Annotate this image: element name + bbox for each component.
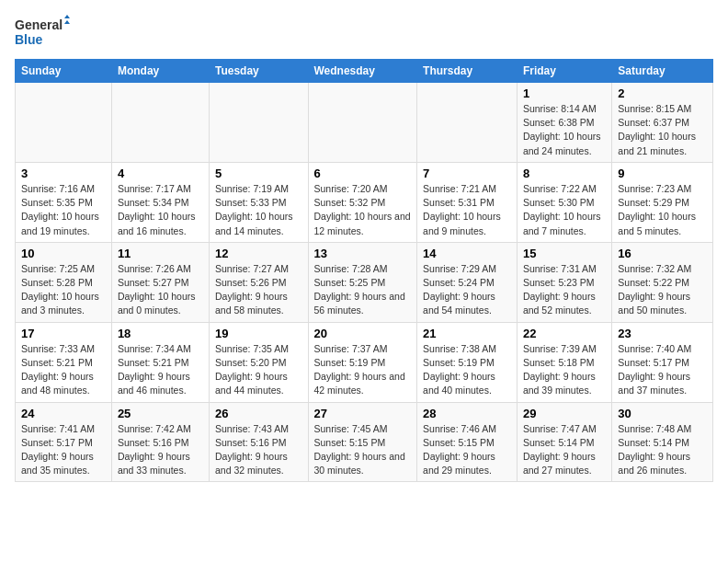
calendar-cell (209, 83, 308, 163)
day-info: Sunrise: 8:15 AM Sunset: 6:37 PM Dayligh… (618, 102, 707, 158)
calendar-week-2: 3Sunrise: 7:16 AM Sunset: 5:35 PM Daylig… (16, 162, 713, 242)
header-cell-tuesday: Tuesday (209, 60, 308, 83)
calendar-cell: 30Sunrise: 7:48 AM Sunset: 5:14 PM Dayli… (612, 402, 713, 482)
calendar-cell: 17Sunrise: 7:33 AM Sunset: 5:21 PM Dayli… (16, 322, 112, 402)
day-info: Sunrise: 7:47 AM Sunset: 5:14 PM Dayligh… (523, 422, 606, 478)
calendar-cell: 19Sunrise: 7:35 AM Sunset: 5:20 PM Dayli… (209, 322, 308, 402)
day-number: 7 (423, 167, 511, 180)
calendar-cell: 27Sunrise: 7:45 AM Sunset: 5:15 PM Dayli… (308, 402, 417, 482)
day-number: 3 (21, 167, 106, 180)
calendar-cell: 3Sunrise: 7:16 AM Sunset: 5:35 PM Daylig… (16, 162, 112, 242)
day-info: Sunrise: 7:40 AM Sunset: 5:17 PM Dayligh… (618, 342, 707, 398)
calendar-cell: 7Sunrise: 7:21 AM Sunset: 5:31 PM Daylig… (417, 162, 518, 242)
day-info: Sunrise: 7:31 AM Sunset: 5:23 PM Dayligh… (523, 262, 606, 318)
day-info: Sunrise: 7:20 AM Sunset: 5:32 PM Dayligh… (314, 182, 412, 238)
calendar-cell: 13Sunrise: 7:28 AM Sunset: 5:25 PM Dayli… (308, 242, 417, 322)
day-info: Sunrise: 7:32 AM Sunset: 5:22 PM Dayligh… (618, 262, 707, 318)
calendar-cell: 28Sunrise: 7:46 AM Sunset: 5:15 PM Dayli… (417, 402, 518, 482)
day-info: Sunrise: 7:33 AM Sunset: 5:21 PM Dayligh… (21, 342, 106, 398)
day-info: Sunrise: 7:46 AM Sunset: 5:15 PM Dayligh… (423, 422, 511, 478)
calendar-cell: 24Sunrise: 7:41 AM Sunset: 5:17 PM Dayli… (16, 402, 112, 482)
calendar-cell: 14Sunrise: 7:29 AM Sunset: 5:24 PM Dayli… (417, 242, 518, 322)
day-number: 21 (423, 327, 511, 340)
day-number: 11 (118, 247, 203, 260)
day-number: 13 (314, 247, 412, 260)
header-row: SundayMondayTuesdayWednesdayThursdayFrid… (16, 60, 713, 83)
svg-text:Blue: Blue (15, 32, 43, 47)
calendar-cell: 29Sunrise: 7:47 AM Sunset: 5:14 PM Dayli… (517, 402, 611, 482)
calendar-cell: 15Sunrise: 7:31 AM Sunset: 5:23 PM Dayli… (517, 242, 611, 322)
day-number: 2 (618, 86, 707, 100)
day-number: 8 (523, 167, 606, 180)
calendar-header: SundayMondayTuesdayWednesdayThursdayFrid… (16, 60, 713, 83)
header-cell-saturday: Saturday (612, 60, 713, 83)
day-number: 4 (118, 167, 203, 180)
calendar-cell (111, 83, 209, 163)
header-cell-friday: Friday (517, 60, 611, 83)
day-number: 20 (314, 327, 412, 340)
calendar-cell: 18Sunrise: 7:34 AM Sunset: 5:21 PM Dayli… (111, 322, 209, 402)
calendar-cell (16, 83, 112, 163)
calendar-body: 1Sunrise: 8:14 AM Sunset: 6:38 PM Daylig… (16, 83, 713, 482)
day-info: Sunrise: 7:38 AM Sunset: 5:19 PM Dayligh… (423, 342, 511, 398)
day-info: Sunrise: 7:45 AM Sunset: 5:15 PM Dayligh… (314, 422, 412, 478)
calendar-cell: 25Sunrise: 7:42 AM Sunset: 5:16 PM Dayli… (111, 402, 209, 482)
calendar-cell: 6Sunrise: 7:20 AM Sunset: 5:32 PM Daylig… (308, 162, 417, 242)
header-cell-thursday: Thursday (417, 60, 518, 83)
calendar-week-3: 10Sunrise: 7:25 AM Sunset: 5:28 PM Dayli… (16, 242, 713, 322)
day-number: 28 (423, 407, 511, 420)
day-info: Sunrise: 7:37 AM Sunset: 5:19 PM Dayligh… (314, 342, 412, 398)
day-info: Sunrise: 7:26 AM Sunset: 5:27 PM Dayligh… (118, 262, 203, 318)
day-info: Sunrise: 7:17 AM Sunset: 5:34 PM Dayligh… (118, 182, 203, 238)
day-number: 5 (215, 167, 302, 180)
day-info: Sunrise: 7:22 AM Sunset: 5:30 PM Dayligh… (523, 182, 606, 238)
day-number: 17 (21, 327, 106, 340)
calendar-cell: 1Sunrise: 8:14 AM Sunset: 6:38 PM Daylig… (517, 83, 611, 163)
calendar-cell: 4Sunrise: 7:17 AM Sunset: 5:34 PM Daylig… (111, 162, 209, 242)
day-info: Sunrise: 7:19 AM Sunset: 5:33 PM Dayligh… (215, 182, 302, 238)
calendar-week-4: 17Sunrise: 7:33 AM Sunset: 5:21 PM Dayli… (16, 322, 713, 402)
day-number: 1 (523, 86, 606, 100)
calendar-cell: 21Sunrise: 7:38 AM Sunset: 5:19 PM Dayli… (417, 322, 518, 402)
day-info: Sunrise: 8:14 AM Sunset: 6:38 PM Dayligh… (523, 102, 606, 158)
day-info: Sunrise: 7:27 AM Sunset: 5:26 PM Dayligh… (215, 262, 302, 318)
day-number: 29 (523, 407, 606, 420)
header: General Blue (15, 15, 713, 52)
header-cell-sunday: Sunday (16, 60, 112, 83)
day-number: 27 (314, 407, 412, 420)
day-number: 30 (618, 407, 707, 420)
day-number: 16 (618, 247, 707, 260)
day-number: 24 (21, 407, 106, 420)
calendar-cell: 9Sunrise: 7:23 AM Sunset: 5:29 PM Daylig… (612, 162, 713, 242)
day-info: Sunrise: 7:41 AM Sunset: 5:17 PM Dayligh… (21, 422, 106, 478)
day-info: Sunrise: 7:29 AM Sunset: 5:24 PM Dayligh… (423, 262, 511, 318)
day-info: Sunrise: 7:25 AM Sunset: 5:28 PM Dayligh… (21, 262, 106, 318)
svg-text:General: General (15, 17, 63, 32)
day-info: Sunrise: 7:23 AM Sunset: 5:29 PM Dayligh… (618, 182, 707, 238)
calendar-cell: 22Sunrise: 7:39 AM Sunset: 5:18 PM Dayli… (517, 322, 611, 402)
day-info: Sunrise: 7:39 AM Sunset: 5:18 PM Dayligh… (523, 342, 606, 398)
day-number: 22 (523, 327, 606, 340)
day-number: 26 (215, 407, 302, 420)
day-info: Sunrise: 7:42 AM Sunset: 5:16 PM Dayligh… (118, 422, 203, 478)
calendar-cell: 12Sunrise: 7:27 AM Sunset: 5:26 PM Dayli… (209, 242, 308, 322)
day-number: 18 (118, 327, 203, 340)
calendar-cell: 5Sunrise: 7:19 AM Sunset: 5:33 PM Daylig… (209, 162, 308, 242)
logo-svg: General Blue (15, 15, 70, 52)
calendar-week-5: 24Sunrise: 7:41 AM Sunset: 5:17 PM Dayli… (16, 402, 713, 482)
calendar-cell: 23Sunrise: 7:40 AM Sunset: 5:17 PM Dayli… (612, 322, 713, 402)
calendar-table: SundayMondayTuesdayWednesdayThursdayFrid… (15, 59, 713, 482)
day-number: 19 (215, 327, 302, 340)
calendar-cell (308, 83, 417, 163)
day-number: 10 (21, 247, 106, 260)
calendar-cell: 11Sunrise: 7:26 AM Sunset: 5:27 PM Dayli… (111, 242, 209, 322)
day-info: Sunrise: 7:16 AM Sunset: 5:35 PM Dayligh… (21, 182, 106, 238)
day-info: Sunrise: 7:28 AM Sunset: 5:25 PM Dayligh… (314, 262, 412, 318)
day-number: 14 (423, 247, 511, 260)
calendar-cell: 2Sunrise: 8:15 AM Sunset: 6:37 PM Daylig… (612, 83, 713, 163)
day-number: 6 (314, 167, 412, 180)
header-cell-monday: Monday (111, 60, 209, 83)
header-cell-wednesday: Wednesday (308, 60, 417, 83)
day-number: 15 (523, 247, 606, 260)
day-number: 12 (215, 247, 302, 260)
